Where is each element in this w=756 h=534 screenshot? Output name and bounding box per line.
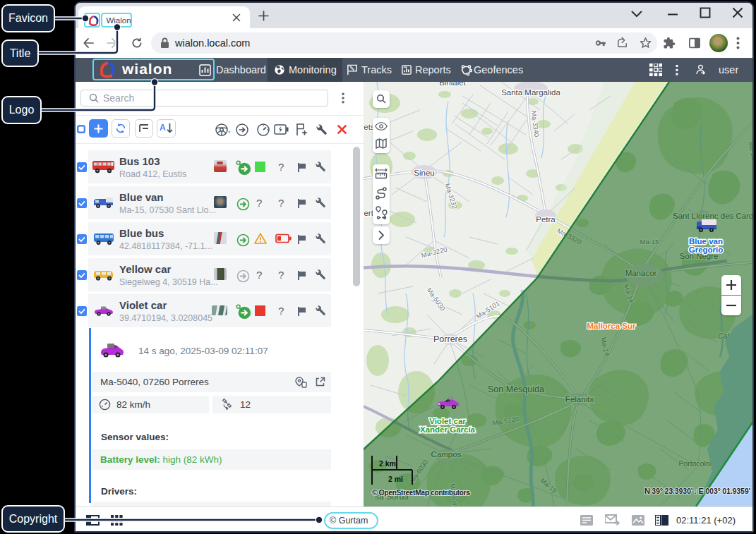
svg-text:Porreres: Porreres <box>433 334 467 344</box>
svg-text:N 39° 23.3930' : E 003° 01.935: N 39° 23.3930' : E 003° 01.9359' <box>644 487 750 495</box>
svg-text:Petra: Petra <box>536 215 556 224</box>
svg-text:Mallorca Sur: Mallorca Sur <box>587 322 636 330</box>
svg-text:Binialet: Binialet <box>439 82 467 87</box>
svg-text:Sineu: Sineu <box>414 169 434 177</box>
svg-text:© OpenStreetMap contributors: © OpenStreetMap contributors <box>372 488 470 497</box>
svg-text:Blue van: Blue van <box>689 237 723 245</box>
svg-text:Xander García: Xander García <box>420 425 476 434</box>
svg-text:Santa Margalida: Santa Margalida <box>501 88 560 97</box>
svg-text:Gregorio: Gregorio <box>689 245 724 254</box>
svg-text:Violet car: Violet car <box>429 417 466 425</box>
svg-text:2 km: 2 km <box>379 459 396 468</box>
svg-text:2 mi: 2 mi <box>388 475 403 483</box>
